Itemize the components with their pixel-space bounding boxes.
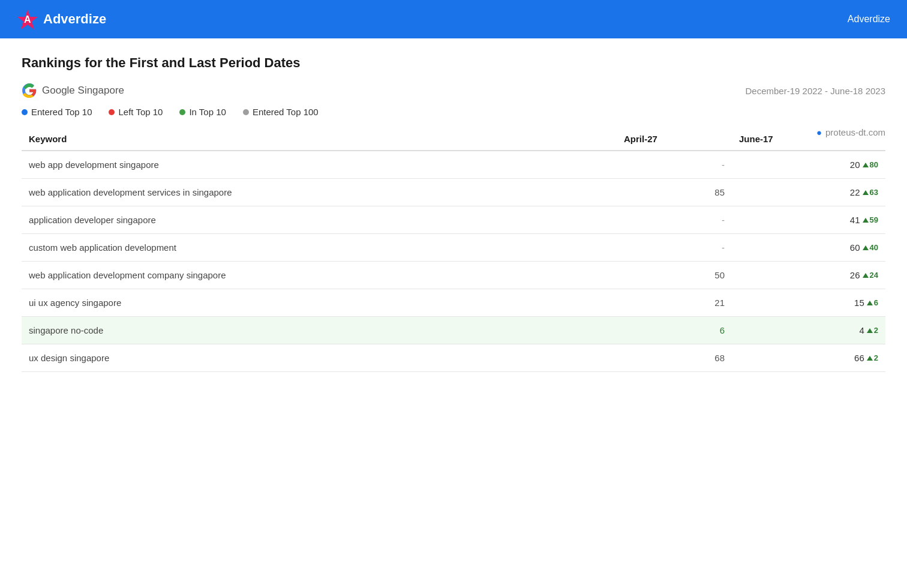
rank-change-number: 2 (874, 326, 878, 335)
domain-name: proteus-dt.com (825, 127, 885, 137)
search-engine-label: Google Singapore (22, 83, 124, 98)
table-row: ui ux agency singapore21156 (22, 289, 885, 317)
brand-name: Adverdize (43, 11, 106, 27)
table-header-row: Keyword April-27 June-17 (22, 128, 885, 151)
rank-up-arrow (867, 301, 873, 305)
legend-label-left-top10: Left Top 10 (118, 107, 163, 117)
legend-label-in-top10: In Top 10 (189, 107, 226, 117)
legend-label-entered-top100: Entered Top 100 (253, 107, 319, 117)
table-row: ux design singapore68662 (22, 344, 885, 372)
table-cell-keyword: singapore no-code (22, 317, 617, 344)
rankings-table: Keyword April-27 June-17 web app develop… (22, 128, 885, 372)
legend-item-entered-top10: Entered Top 10 (22, 107, 92, 117)
rank-change: 2 (867, 353, 878, 362)
table-cell-rank1: 6 (617, 317, 732, 344)
table-row: custom web application development-6040 (22, 234, 885, 262)
table-cell-keyword: ui ux agency singapore (22, 289, 617, 317)
search-engine-name: Google Singapore (42, 85, 124, 97)
rank-change-number: 2 (874, 353, 878, 362)
app-header: A Adverdize Adverdize (0, 0, 907, 38)
table-cell-rank1: - (617, 151, 732, 179)
rank-up-arrow (867, 328, 873, 333)
col-header-date1: April-27 (617, 128, 732, 151)
table-row: web application development services in … (22, 179, 885, 206)
brand-logo-icon: A (17, 8, 38, 30)
rank-number: 20 (850, 160, 860, 170)
legend-item-left-top10: Left Top 10 (109, 107, 163, 117)
rank-change: 80 (863, 160, 878, 169)
rank-up-arrow (867, 356, 873, 361)
legend-label-entered-top10: Entered Top 10 (31, 107, 92, 117)
table-row: web application development company sing… (22, 262, 885, 289)
table-cell-keyword: web application development company sing… (22, 262, 617, 289)
rank-change-number: 59 (870, 215, 878, 224)
legend-dot-left-top10 (109, 109, 115, 115)
domain-icon: ● (816, 127, 822, 137)
table-cell-rank2: 2080 (732, 151, 885, 179)
rank-up-arrow (863, 245, 869, 250)
table-cell-rank2: 662 (732, 344, 885, 372)
svg-text:A: A (24, 14, 31, 25)
rank-change: 2 (867, 326, 878, 335)
rank-number: 4 (859, 325, 864, 335)
date-range: December-19 2022 - June-18 2023 (746, 86, 885, 96)
table-row: application developer singapore-4159 (22, 206, 885, 234)
rank-number: 22 (850, 187, 860, 197)
rank-number: 60 (850, 242, 860, 253)
logo-container: A Adverdize (17, 8, 106, 30)
legend-dot-entered-top100 (243, 109, 249, 115)
table-cell-rank2: 2263 (732, 179, 885, 206)
table-cell-keyword: ux design singapore (22, 344, 617, 372)
rank-change-number: 63 (870, 188, 878, 197)
legend: Entered Top 10 Left Top 10 In Top 10 Ent… (22, 107, 885, 117)
rank-change-number: 40 (870, 243, 878, 252)
table-cell-rank1: - (617, 234, 732, 262)
rank-change-number: 6 (874, 298, 878, 307)
rank-up-arrow (863, 218, 869, 223)
rank-change-number: 80 (870, 160, 878, 169)
table-cell-rank2: 156 (732, 289, 885, 317)
main-content: ● proteus-dt.com Rankings for the First … (0, 38, 907, 389)
table-cell-keyword: application developer singapore (22, 206, 617, 234)
rank-up-arrow (863, 163, 869, 167)
rank-change: 40 (863, 243, 878, 252)
rank-change: 24 (863, 271, 878, 280)
table-cell-rank1: 68 (617, 344, 732, 372)
rank-change: 6 (867, 298, 878, 307)
col-header-keyword: Keyword (22, 128, 617, 151)
table-cell-rank1: 85 (617, 179, 732, 206)
google-icon (22, 83, 37, 98)
table-cell-rank2: 4159 (732, 206, 885, 234)
rank-change: 59 (863, 215, 878, 224)
rank-number: 41 (850, 215, 860, 225)
legend-dot-entered-top10 (22, 109, 28, 115)
table-cell-rank2: 42 (732, 317, 885, 344)
table-cell-keyword: web app development singapore (22, 151, 617, 179)
rank-up-arrow (863, 273, 869, 278)
rank-up-arrow (863, 190, 869, 195)
table-cell-keyword: custom web application development (22, 234, 617, 262)
table-cell-rank2: 6040 (732, 234, 885, 262)
legend-item-entered-top100: Entered Top 100 (243, 107, 319, 117)
subtitle-row: Google Singapore December-19 2022 - June… (22, 83, 885, 98)
legend-item-in-top10: In Top 10 (179, 107, 226, 117)
rank-change: 63 (863, 188, 878, 197)
domain-label: ● proteus-dt.com (816, 127, 885, 137)
rank-number: 26 (850, 270, 860, 280)
header-user-label: Adverdize (848, 14, 890, 25)
rank-number: 15 (854, 298, 864, 308)
table-row: web app development singapore-2080 (22, 151, 885, 179)
rank-number: 66 (854, 353, 864, 363)
legend-dot-in-top10 (179, 109, 185, 115)
page-title: Rankings for the First and Last Period D… (22, 55, 885, 71)
table-cell-rank1: - (617, 206, 732, 234)
table-row: singapore no-code642 (22, 317, 885, 344)
rank-change-number: 24 (870, 271, 878, 280)
table-cell-keyword: web application development services in … (22, 179, 617, 206)
table-cell-rank2: 2624 (732, 262, 885, 289)
table-cell-rank1: 50 (617, 262, 732, 289)
table-cell-rank1: 21 (617, 289, 732, 317)
